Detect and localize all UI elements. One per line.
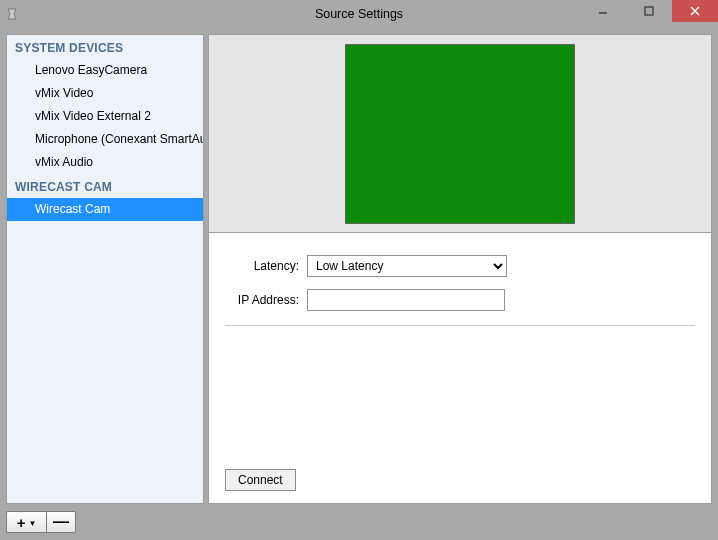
device-item[interactable]: vMix Audio (7, 151, 203, 174)
group-header-system-devices: SYSTEM DEVICES (7, 35, 203, 59)
minus-icon: — (53, 518, 69, 526)
minimize-button[interactable] (580, 0, 626, 22)
svg-rect-1 (645, 7, 653, 15)
video-preview (345, 44, 575, 224)
window-controls (580, 0, 718, 22)
latency-row: Latency: Low Latency (225, 255, 695, 277)
button-row: Connect (225, 461, 695, 491)
latency-label: Latency: (225, 259, 307, 273)
add-source-button[interactable]: + ▼ (6, 511, 46, 533)
device-item[interactable]: vMix Video External 2 (7, 105, 203, 128)
app-icon (0, 0, 24, 28)
client-area: SYSTEM DEVICES Lenovo EasyCamera vMix Vi… (0, 28, 718, 540)
add-remove-group: + ▼ — (6, 511, 76, 533)
main-panels: SYSTEM DEVICES Lenovo EasyCamera vMix Vi… (6, 34, 712, 504)
device-item[interactable]: Microphone (Conexant SmartAudio (7, 128, 203, 151)
ip-address-label: IP Address: (225, 293, 307, 307)
close-button[interactable] (672, 0, 718, 22)
bottom-bar: + ▼ — (6, 504, 712, 534)
plus-icon: + (17, 515, 26, 530)
group-header-wirecast-cam: WIRECAST CAM (7, 174, 203, 198)
device-item[interactable]: vMix Video (7, 82, 203, 105)
ip-address-input[interactable] (307, 289, 505, 311)
remove-source-button[interactable]: — (46, 511, 76, 533)
caret-down-icon: ▼ (28, 519, 36, 528)
ip-row: IP Address: (225, 289, 695, 311)
source-settings-window: Source Settings SYSTEM DEVICES Lenovo Ea… (0, 0, 718, 540)
latency-select[interactable]: Low Latency (307, 255, 507, 277)
device-sidebar: SYSTEM DEVICES Lenovo EasyCamera vMix Vi… (6, 34, 204, 504)
settings-divider (225, 325, 695, 326)
titlebar: Source Settings (0, 0, 718, 28)
connect-button[interactable]: Connect (225, 469, 296, 491)
settings-area: Latency: Low Latency IP Address: Connect (209, 233, 711, 503)
right-column: Latency: Low Latency IP Address: Connect (208, 34, 712, 504)
maximize-button[interactable] (626, 0, 672, 22)
device-item[interactable]: Wirecast Cam (7, 198, 203, 221)
device-item[interactable]: Lenovo EasyCamera (7, 59, 203, 82)
preview-area (209, 35, 711, 233)
